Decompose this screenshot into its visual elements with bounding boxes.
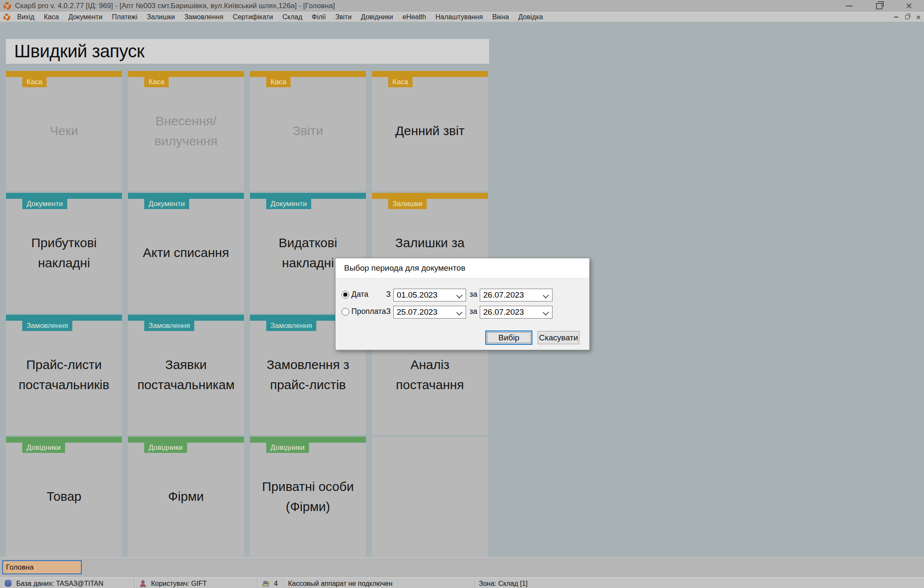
- tile[interactable]: КасаЗвіти: [250, 71, 366, 191]
- tab-holovna[interactable]: Головна: [2, 560, 82, 574]
- menu-item-документи[interactable]: Документи: [64, 12, 107, 22]
- radio-payment[interactable]: [342, 308, 349, 316]
- mdi-area: Швидкий запуск КасаЧекиКасаВнесення/вилу…: [0, 22, 924, 557]
- tab-strip: Головна: [0, 557, 924, 577]
- menu-item-залишки[interactable]: Залишки: [142, 12, 180, 22]
- quick-launch-title: Швидкий запуск: [14, 41, 144, 62]
- radio-date[interactable]: [342, 291, 349, 298]
- menu-item-налаштування[interactable]: Налаштування: [431, 12, 488, 22]
- to-label: за: [469, 307, 477, 316]
- tile-label: Прайс-листи постачальників: [6, 315, 122, 435]
- menu-item-склад[interactable]: Склад: [278, 12, 307, 22]
- from-label: З: [386, 290, 391, 299]
- chevron-down-icon: [456, 292, 463, 298]
- database-icon: [4, 579, 12, 588]
- tile[interactable]: КасаДенний звіт: [372, 71, 488, 191]
- status-database: База даних: TASA3@TITAN: [0, 578, 134, 588]
- menu-item-вікна[interactable]: Вікна: [487, 12, 514, 22]
- tile-label: Приватні особи (Фірми): [250, 437, 366, 557]
- tile-label: Фірми: [128, 437, 244, 557]
- tile[interactable]: КасаЧеки: [6, 71, 122, 191]
- tile[interactable]: ДовідникиПриватні особи (Фірми): [250, 437, 366, 557]
- period-dialog-title: Выбор периода для документов: [336, 258, 589, 278]
- payment-from-combo[interactable]: 25.07.2023: [393, 306, 466, 319]
- tile-label: Товар: [6, 437, 122, 557]
- tile[interactable]: ДовідникиТовар: [6, 437, 122, 557]
- app-logo-icon: [3, 13, 11, 21]
- tile: [372, 437, 488, 557]
- window-title: Скарб pro v. 4.0.2.77 [ІД: 969] - [Апт №…: [15, 2, 335, 10]
- tile-label: Заявки постачальникам: [128, 315, 244, 435]
- tile-label: [372, 437, 488, 557]
- period-dialog-body: Вибір Скасувати ДатаЗ01.05.2023за26.07.2…: [336, 278, 589, 350]
- select-button[interactable]: Вибір: [485, 331, 532, 345]
- status-user: Користувач: GIFT: [134, 578, 257, 588]
- app-logo-icon: [3, 2, 12, 10]
- menu-item-каса[interactable]: Каса: [39, 12, 64, 22]
- status-bar: База даних: TASA3@TITAN Користувач: GIFT…: [0, 577, 924, 588]
- menu-item-філії[interactable]: Філії: [307, 12, 330, 22]
- close-button[interactable]: ✕: [894, 0, 924, 12]
- date-from-combo[interactable]: 01.05.2023: [393, 289, 466, 301]
- from-label: З: [386, 307, 391, 316]
- mdi-minimize-button[interactable]: [891, 17, 902, 18]
- radio-label: Проплата: [351, 307, 386, 316]
- tile[interactable]: ЗамовленняПрайс-листи постачальників: [6, 315, 122, 435]
- status-cash-count: 4: [257, 578, 284, 588]
- tile[interactable]: ДовідникиФірми: [128, 437, 244, 557]
- date-to-combo[interactable]: 26.07.2023: [480, 289, 553, 301]
- menu-item-ehealth[interactable]: eHealth: [398, 12, 431, 22]
- title-bar: Скарб pro v. 4.0.2.77 [ІД: 969] - [Апт №…: [0, 0, 924, 12]
- menu-item-звіти[interactable]: Звіти: [330, 12, 356, 22]
- cash-register-icon: [261, 579, 270, 588]
- status-cash-message: Кассовый аппарат не подключен: [284, 578, 475, 588]
- tile-label: Чеки: [6, 71, 122, 191]
- user-icon: [139, 579, 147, 588]
- period-row: ПроплатаЗ25.07.2023за26.07.2023: [336, 306, 589, 319]
- tile-label: Звіти: [250, 71, 366, 191]
- to-label: за: [469, 290, 477, 299]
- tile-label: Акти списання: [128, 193, 244, 313]
- cancel-button[interactable]: Скасувати: [538, 331, 579, 344]
- status-zone: Зона: Склад [1]: [475, 578, 924, 588]
- mdi-close-button[interactable]: ✕: [913, 14, 924, 21]
- chevron-down-icon: [543, 292, 549, 298]
- payment-to-combo[interactable]: 26.07.2023: [480, 306, 553, 319]
- chevron-down-icon: [456, 309, 463, 316]
- chevron-down-icon: [543, 309, 549, 316]
- menu-item-платежі[interactable]: Платежі: [107, 12, 143, 22]
- menu-bar: ВихідКасаДокументиПлатежіЗалишкиЗамовлен…: [0, 12, 924, 22]
- tile-label: Прибуткові накладні: [6, 193, 122, 313]
- menu-item-довідка[interactable]: Довідка: [514, 12, 548, 22]
- minimize-button[interactable]: [834, 0, 864, 12]
- mdi-restore-button[interactable]: [902, 15, 913, 19]
- radio-label: Дата: [351, 290, 368, 299]
- tile-label: Внесення/вилучення: [128, 71, 244, 191]
- period-dialog: Выбор периода для документов Вибір Скасу…: [335, 258, 590, 350]
- period-row: ДатаЗ01.05.2023за26.07.2023: [336, 289, 589, 301]
- menu-item-довідники[interactable]: Довідники: [356, 12, 398, 22]
- tile[interactable]: ДокументиПрибуткові накладні: [6, 193, 122, 313]
- tile-label: Денний звіт: [372, 71, 488, 191]
- menu-item-вихід[interactable]: Вихід: [12, 12, 39, 22]
- restore-button[interactable]: [864, 0, 894, 12]
- menu-item-замовлення[interactable]: Замовлення: [180, 12, 228, 22]
- tile[interactable]: КасаВнесення/вилучення: [128, 71, 244, 191]
- quick-launch-header: Швидкий запуск: [6, 39, 489, 64]
- tile[interactable]: ДокументиАкти списання: [128, 193, 244, 313]
- tile[interactable]: ЗамовленняЗаявки постачальникам: [128, 315, 244, 435]
- menu-item-сертифікати[interactable]: Сертифікати: [228, 12, 278, 22]
